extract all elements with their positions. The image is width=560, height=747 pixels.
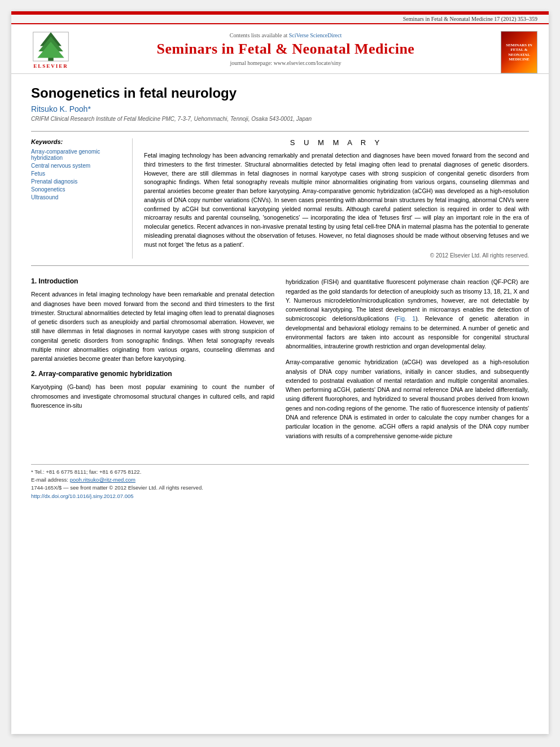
summary-label: S U M M A R Y (144, 138, 529, 147)
keyword-5: Sonogenetics (31, 186, 124, 193)
keyword-4: Prenatal diagnosis (31, 178, 124, 185)
right-column: hybridization (FISH) and quantitative fl… (286, 277, 529, 447)
section1-text: Recent advances in fetal imaging technol… (31, 290, 274, 363)
sciverse-text: Contents lists available at (230, 32, 287, 38)
journal-cover: SEMINARS INFETAL &NEONATALMEDICINE (492, 29, 537, 73)
author-name: Ritsuko K. Pooh* (31, 104, 529, 113)
keyword-2: Central nervous system (31, 163, 124, 169)
keyword-1: Array-comparative genomic hybridization (31, 148, 124, 161)
header-center: Contents lists available at SciVerse Sci… (79, 29, 492, 73)
keyword-6: Ultrasound (31, 194, 124, 200)
main-content: Sonogenetics in fetal neurology Ritsuko … (11, 74, 549, 458)
summary-text: Fetal imaging technology has been advanc… (144, 151, 529, 249)
right-text-2: Array-comparative genomic hybridization … (286, 357, 529, 440)
elsevier-label: ELSEVIER (33, 63, 68, 69)
sciverse-line: Contents lists available at SciVerse Sci… (79, 32, 492, 38)
summary-text-box: S U M M A R Y Fetal imaging technology h… (144, 138, 529, 259)
email-link[interactable]: pooh.ritsuko@ritz-med.com (70, 477, 135, 483)
affiliation: CRIFM Clinical Research Institute of Fet… (31, 116, 529, 122)
doi-line[interactable]: http://dx.doi.org/10.1016/j.siny.2012.07… (31, 492, 529, 500)
section2-text: Karyotyping (G-band) has been most popul… (31, 382, 274, 410)
left-column: 1. Introduction Recent advances in fetal… (31, 277, 274, 447)
citation-bar: Seminars in Fetal & Neonatal Medicine 17… (11, 15, 549, 24)
section2-heading: 2. Array-comparative genomic hybridizati… (31, 370, 274, 378)
keyword-3: Fetus (31, 171, 124, 177)
page: Seminars in Fetal & Neonatal Medicine 17… (11, 11, 549, 734)
right-text-1: hybridization (FISH) and quantitative fl… (286, 277, 529, 351)
section1-heading: 1. Introduction (31, 277, 274, 285)
keywords-title: Keywords: (31, 138, 124, 145)
journal-title: Seminars in Fetal & Neonatal Medicine (79, 41, 492, 58)
elsevier-tree-icon (31, 31, 71, 62)
body-columns: 1. Introduction Recent advances in fetal… (31, 277, 529, 447)
issn-line: 1744-165X/$ — see front matter © 2012 El… (31, 484, 529, 492)
article-title: Sonogenetics in fetal neurology (31, 85, 529, 101)
summary-section: Keywords: Array-comparative genomic hybr… (31, 131, 529, 266)
email-footnote: E-mail address: pooh.ritsuko@ritz-med.co… (31, 476, 529, 484)
tel-footnote: * Tel.: +81 6 6775 8111; fax: +81 6 6775… (31, 468, 529, 476)
email-label: E-mail address: (31, 477, 68, 483)
elsevier-logo: ELSEVIER (23, 29, 79, 73)
footnote-area: * Tel.: +81 6 6775 8111; fax: +81 6 6775… (11, 465, 549, 504)
fig1-ref: Fig. 1 (397, 315, 416, 322)
copyright-line: © 2012 Elsevier Ltd. All rights reserved… (144, 252, 529, 259)
sciverse-link: SciVerse ScienceDirect (289, 32, 342, 38)
keywords-box: Keywords: Array-comparative genomic hybr… (31, 138, 133, 259)
citation-text: Seminars in Fetal & Neonatal Medicine 17… (403, 16, 537, 22)
journal-header: ELSEVIER Contents lists available at Sci… (11, 24, 549, 74)
journal-homepage: journal homepage: www.elsevier.com/locat… (79, 60, 492, 66)
cover-image: SEMINARS INFETAL &NEONATALMEDICINE (501, 31, 537, 73)
